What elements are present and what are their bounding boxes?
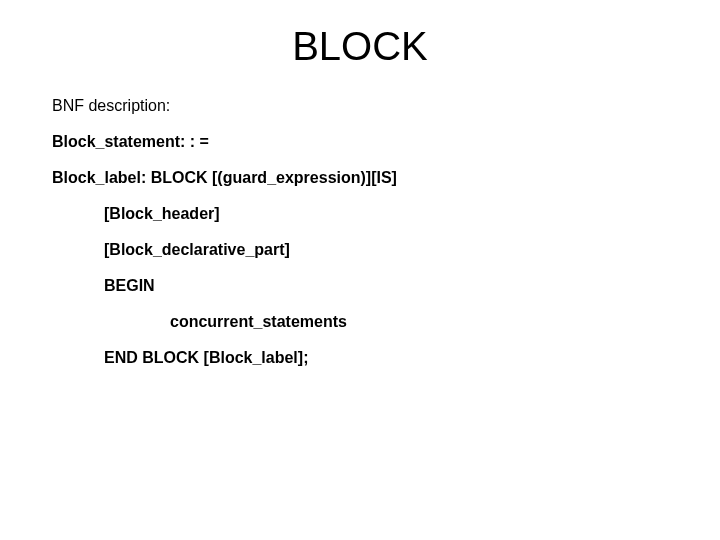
bnf-end-line: END BLOCK [Block_label];: [104, 349, 672, 367]
description-label: BNF description:: [52, 97, 672, 115]
bnf-header-line: [Block_header]: [104, 205, 672, 223]
bnf-declarative-line: [Block_declarative_part]: [104, 241, 672, 259]
bnf-begin-line: BEGIN: [104, 277, 672, 295]
page-title: BLOCK: [48, 24, 672, 69]
bnf-label-line: Block_label: BLOCK [(guard_expression)][…: [52, 169, 672, 187]
bnf-body-block: [Block_header] [Block_declarative_part] …: [104, 205, 672, 367]
bnf-concurrent-line: concurrent_statements: [170, 313, 672, 331]
bnf-statement-line: Block_statement: : =: [52, 133, 672, 151]
